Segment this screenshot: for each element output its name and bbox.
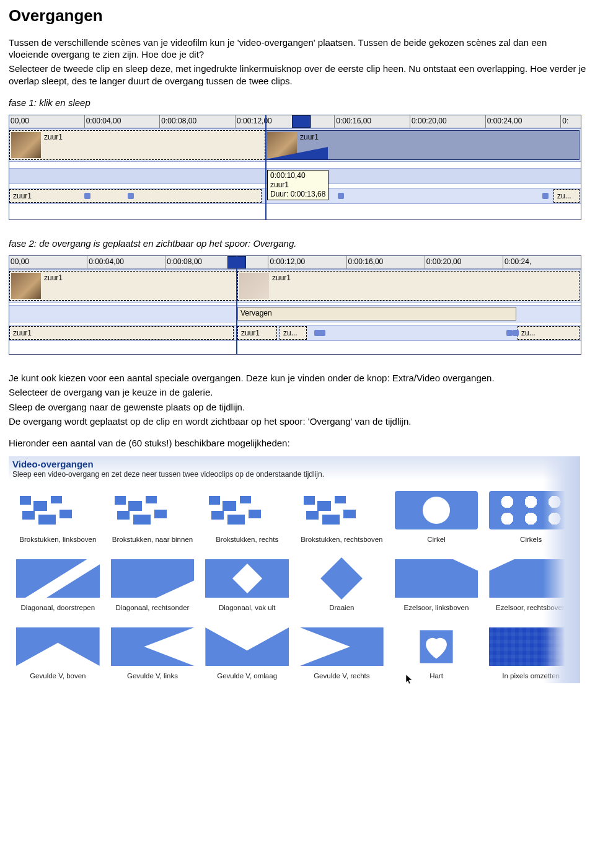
transition-thumb <box>392 557 481 600</box>
transition-thumb <box>203 557 291 600</box>
clip-label: zuur1 <box>44 273 63 282</box>
cursor-icon <box>405 675 414 686</box>
audio-clip[interactable]: zu... <box>280 326 307 340</box>
transition-label: Gevulde V, links <box>108 672 197 680</box>
gallery-subtitle: Sleep een video-overgang en zet deze nee… <box>12 470 576 479</box>
transition-thumb <box>14 489 102 532</box>
transition-label: Brokstukken, rechts <box>203 536 291 543</box>
transition-item[interactable]: Gevulde V, rechts <box>298 625 386 680</box>
clip-right-selected[interactable]: zuur1 <box>265 130 580 160</box>
transition-item[interactable]: Gevulde V, omlaag <box>203 625 291 680</box>
transition-item[interactable]: Brokstukken, naar binnen <box>108 489 197 543</box>
transition-label: Brokstukken, rechtsboven <box>298 536 386 543</box>
audio-label: zuur1 <box>13 329 32 337</box>
transition-item[interactable]: Brokstukken, rechtsboven <box>298 489 386 543</box>
intro-paragraph-1: Tussen de verschillende scènes van je vi… <box>9 37 586 60</box>
transition-thumb <box>108 557 197 600</box>
transition-item[interactable]: Hart <box>392 625 481 680</box>
clip-left[interactable]: zuur1 <box>9 271 237 301</box>
audio-clip[interactable]: zu... <box>518 326 580 340</box>
transition-label: Diagonaal, rechtsonder <box>108 604 197 611</box>
transition-label: Vervagen <box>240 309 272 317</box>
transition-label: Diagonaal, doorstrepen <box>14 604 102 611</box>
fase2-caption: fase 2: de overgang is geplaatst en zich… <box>9 237 586 249</box>
transition-label: Cirkel <box>392 536 481 543</box>
audio-clip-right[interactable]: zu... <box>553 189 580 203</box>
clip-thumb <box>239 273 269 299</box>
transition-item[interactable]: Gevulde V, boven <box>14 625 102 680</box>
ruler-tick: 0: <box>560 115 581 128</box>
video-track[interactable]: zuur1 zuur1 <box>9 128 581 162</box>
playhead-line <box>265 115 267 219</box>
transition-item[interactable]: Diagonaal, rechtsonder <box>108 557 197 611</box>
transition-item[interactable]: Cirkel <box>392 489 481 543</box>
para-special-1: Je kunt ook kiezen voor een aantal speci… <box>9 372 586 384</box>
audio-clip-label: zuur1 <box>13 192 32 200</box>
transition-label: Gevulde V, boven <box>14 672 102 680</box>
para-special-3: Sleep de overgang naar de gewenste plaat… <box>9 401 586 413</box>
clip-label: zuur1 <box>300 133 319 141</box>
transition-label: Gevulde V, rechts <box>298 672 386 680</box>
transition-track[interactable]: Vervagen <box>9 305 581 322</box>
ruler-tick: 0:00:24,00 <box>485 115 561 128</box>
transition-label: Diagonaal, vak uit <box>203 604 291 611</box>
audio-track[interactable]: zuur1 zuur1 zu... zu... <box>9 325 581 341</box>
fase1-caption: fase 1: klik en sleep <box>9 97 586 108</box>
video-track[interactable]: zuur1 zuur1 <box>9 269 581 303</box>
ruler-tick: 0:00:20,00 <box>410 115 485 128</box>
svg-marker-0 <box>266 147 328 159</box>
transition-item[interactable]: Gevulde V, links <box>108 625 197 680</box>
audio-label: zu... <box>521 329 536 337</box>
transition-label: Brokstukken, linksboven <box>14 536 102 543</box>
transition-thumb <box>298 557 386 600</box>
para-special-4: De overgang wordt geplaatst op de clip e… <box>9 415 586 427</box>
transition-label: Brokstukken, naar binnen <box>108 536 197 543</box>
transition-thumb <box>392 489 481 532</box>
ruler-tick: 00,00 <box>9 256 87 268</box>
para-below: Hieronder een aantal van de (60 stuks!) … <box>9 437 586 449</box>
transition-thumb <box>203 489 291 532</box>
timeline-fase1[interactable]: 00,00 0:00:04,00 0:00:08,00 0:00:12,00 0… <box>9 115 581 220</box>
transition-thumb <box>392 625 481 668</box>
timeline-fase2[interactable]: 00,00 0:00:04,00 0:00:08,00 0:00:12,00 0… <box>9 255 581 355</box>
gallery-header: Video-overgangen Sleep een video-overgan… <box>9 456 580 480</box>
audio-clip-left[interactable]: zuur1 <box>9 189 262 203</box>
transition-item[interactable]: Draaien <box>298 557 386 611</box>
transition-item[interactable]: Ezelsoor, linksboven <box>392 557 481 611</box>
playhead-handle[interactable] <box>292 115 311 128</box>
clip-right[interactable]: zuur1 <box>237 271 580 301</box>
transition-item[interactable]: Brokstukken, linksboven <box>14 489 102 543</box>
clip-left[interactable]: zuur1 <box>9 130 265 160</box>
gallery-grid: Brokstukken, linksboven Brokstukken, naa… <box>9 480 580 683</box>
transition-label: Ezelsoor, linksboven <box>392 604 481 611</box>
clip-thumb <box>11 132 41 158</box>
playhead-line <box>236 256 237 354</box>
transition-thumb <box>14 625 102 668</box>
transition-thumb <box>203 625 291 668</box>
transition-thumb <box>298 489 386 532</box>
audio-label: zu... <box>283 329 298 337</box>
ruler-tick: 0:00:04,00 <box>87 256 165 268</box>
ruler-tick: 0:00:16,00 <box>334 115 410 128</box>
transition-item[interactable]: Brokstukken, rechts <box>203 489 291 543</box>
para-special-2: Selecteer de overgang van je keuze in de… <box>9 386 586 398</box>
page-title: Overgangen <box>9 6 586 25</box>
transition-label: Draaien <box>298 604 386 611</box>
ruler-tick <box>243 256 268 268</box>
drag-tooltip: 0:00:10,40 zuur1 Duur: 0:00:13,68 <box>267 170 328 200</box>
audio-clip[interactable]: zuur1 <box>237 326 277 340</box>
transition-clip[interactable]: Vervagen <box>237 307 516 321</box>
transition-item[interactable]: Diagonaal, doorstrepen <box>14 557 102 611</box>
ruler-tick: 0:00:12,00 <box>268 256 346 268</box>
gallery-title: Video-overgangen <box>12 459 576 469</box>
intro-paragraph-2: Selecteer de tweede clip en sleep deze, … <box>9 63 586 86</box>
transition-thumb <box>108 489 197 532</box>
gallery-side-fade <box>543 456 580 683</box>
transition-item[interactable]: Diagonaal, vak uit <box>203 557 291 611</box>
audio-clip[interactable]: zuur1 <box>9 326 234 340</box>
ruler: 00,00 0:00:04,00 0:00:08,00 0:00:12,00 0… <box>9 256 581 269</box>
clip-label: zuur1 <box>44 133 63 141</box>
clip-thumb <box>11 273 41 299</box>
ruler-tick: 0:00:24, <box>503 256 581 268</box>
transition-thumb <box>298 625 386 668</box>
